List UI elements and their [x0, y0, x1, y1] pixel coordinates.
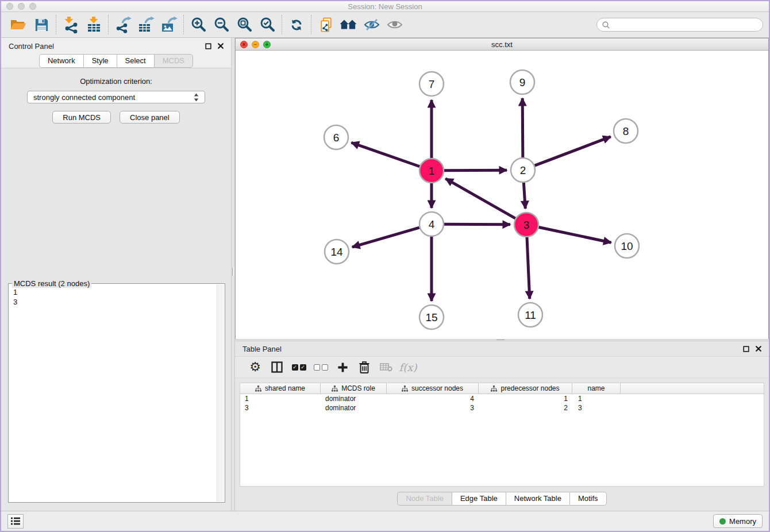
- zoom-out-icon: [213, 17, 229, 33]
- graph-node-label-15: 15: [425, 311, 437, 323]
- table-settings-button[interactable]: ⚙: [244, 358, 266, 376]
- network-close-button[interactable]: ×: [240, 41, 248, 48]
- criterion-dropdown[interactable]: strongly connected component: [27, 91, 205, 103]
- mcds-result-text[interactable]: 1 3: [10, 286, 216, 500]
- run-mcds-button[interactable]: Run MCDS: [52, 111, 111, 124]
- save-floppy-icon: [34, 17, 49, 33]
- memory-status-dot: [719, 518, 726, 525]
- graph-node-label-3: 3: [523, 219, 530, 231]
- memory-button[interactable]: Memory: [713, 514, 763, 528]
- graph-edge-1-2[interactable]: [444, 170, 507, 171]
- graph-edge-4-3[interactable]: [444, 224, 510, 225]
- tab-network[interactable]: Network: [39, 54, 83, 68]
- graph-node-label-7: 7: [429, 78, 435, 90]
- window-title: Session: New Session: [348, 2, 422, 11]
- node-table-header: shared name MCDS role successor nodes: [240, 383, 764, 394]
- column-label: MCDS role: [341, 384, 375, 392]
- graph-edge-3-11[interactable]: [527, 237, 530, 299]
- graph-edge-2-3[interactable]: [523, 183, 525, 209]
- save-session-button[interactable]: [30, 14, 53, 36]
- float-panel-icon[interactable]: [743, 346, 749, 352]
- delete-column-button[interactable]: [353, 358, 375, 376]
- delete-table-button[interactable]: [375, 358, 397, 376]
- close-panel-button[interactable]: Close panel: [120, 111, 180, 124]
- table-row[interactable]: 3dominator323: [240, 403, 764, 413]
- graph-node-label-2: 2: [520, 164, 526, 176]
- column-header-successor-nodes[interactable]: successor nodes: [387, 383, 479, 394]
- table-panel-title: Table Panel: [242, 345, 282, 353]
- status-bar: Memory: [1, 511, 769, 531]
- export-image-button[interactable]: [157, 14, 180, 36]
- open-file-button[interactable]: [7, 14, 30, 36]
- column-header-predecessor-nodes[interactable]: predecessor nodes: [479, 383, 572, 394]
- column-header-mcds-role[interactable]: MCDS role: [321, 383, 387, 394]
- hide-graphics-details-button[interactable]: [360, 14, 383, 36]
- graph-edge-4-14[interactable]: [352, 228, 419, 247]
- column-layout-button[interactable]: [266, 358, 288, 376]
- toolbar-separator: [56, 15, 56, 34]
- column-header-name[interactable]: name: [572, 383, 621, 394]
- unselect-all-columns-button[interactable]: [310, 358, 332, 376]
- tab-style[interactable]: Style: [83, 54, 117, 68]
- table-cell: 3: [572, 404, 621, 412]
- function-builder-button[interactable]: f(x): [397, 358, 419, 376]
- refresh-icon: [288, 17, 305, 33]
- export-network-icon: [114, 16, 132, 33]
- search-input[interactable]: [613, 21, 757, 29]
- graph-edge-2-9[interactable]: [522, 98, 523, 157]
- import-table-button[interactable]: [82, 14, 105, 36]
- tab-mcds[interactable]: MCDS: [154, 54, 193, 68]
- network-minimize-button[interactable]: −: [252, 41, 259, 48]
- graph-edge-3-10[interactable]: [539, 228, 611, 243]
- network-canvas[interactable]: 1234678910111415: [236, 51, 768, 341]
- zoom-fit-icon: [236, 17, 252, 33]
- column-header-shared-name[interactable]: shared name: [240, 383, 321, 394]
- result-scrollbar[interactable]: [217, 284, 224, 502]
- tab-node-table[interactable]: Node Table: [397, 492, 452, 506]
- float-panel-icon[interactable]: [205, 43, 211, 49]
- network-from-file-button[interactable]: [314, 14, 337, 36]
- export-table-button[interactable]: [134, 14, 157, 36]
- zoom-in-button[interactable]: [187, 14, 210, 36]
- tab-network-table[interactable]: Network Table: [506, 492, 569, 506]
- search-icon: [602, 21, 610, 29]
- minimize-window-button[interactable]: [18, 3, 25, 10]
- zoom-selected-button[interactable]: [256, 14, 279, 36]
- splitter-grip: [232, 268, 234, 276]
- horizontal-splitter[interactable]: [235, 339, 769, 341]
- network-zoom-button[interactable]: +: [263, 41, 271, 48]
- show-graphics-details-button[interactable]: [383, 14, 406, 36]
- graph-node-label-1: 1: [429, 165, 435, 177]
- network-window-title: scc.txt: [491, 40, 513, 49]
- zoom-window-button[interactable]: [29, 3, 36, 10]
- zoom-out-button[interactable]: [210, 14, 233, 36]
- tab-edge-table[interactable]: Edge Table: [452, 492, 506, 506]
- column-type-icon: [402, 385, 408, 392]
- tab-motifs[interactable]: Motifs: [569, 492, 607, 506]
- table-cell: 4: [387, 395, 479, 403]
- close-window-button[interactable]: [6, 3, 13, 10]
- task-history-button[interactable]: [7, 514, 24, 529]
- graph-edge-1-6[interactable]: [351, 142, 419, 167]
- import-network-button[interactable]: [59, 14, 82, 36]
- tab-select[interactable]: Select: [117, 54, 154, 68]
- table-cell: 2: [479, 404, 572, 412]
- network-file-icon: [318, 17, 334, 33]
- zoom-fit-button[interactable]: [233, 14, 256, 36]
- select-all-columns-button[interactable]: ✓✓: [288, 358, 310, 376]
- plus-icon: [337, 362, 348, 373]
- refresh-button[interactable]: [285, 14, 308, 36]
- table-cell: dominator: [321, 395, 387, 403]
- close-panel-icon[interactable]: [756, 346, 761, 352]
- add-column-button[interactable]: [332, 358, 353, 376]
- table-panel: Table Panel ⚙ ✓✓: [235, 341, 769, 511]
- table-row[interactable]: 1dominator411: [240, 394, 764, 403]
- home-view-button[interactable]: [337, 14, 360, 36]
- graph-node-label-6: 6: [333, 132, 340, 144]
- graph-edge-3-1[interactable]: [445, 179, 515, 218]
- table-cell: dominator: [321, 404, 387, 412]
- graph-edge-2-8[interactable]: [535, 137, 611, 165]
- vertical-splitter[interactable]: [231, 38, 235, 511]
- close-panel-icon[interactable]: [218, 43, 224, 49]
- export-network-button[interactable]: [111, 14, 134, 36]
